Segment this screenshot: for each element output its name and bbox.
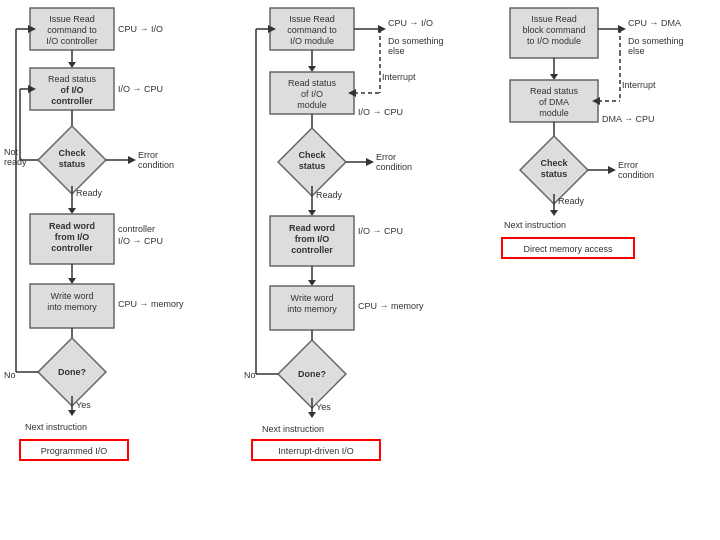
svg-text:condition: condition (376, 162, 412, 172)
label-cpu-io-1: CPU → I/O (118, 24, 163, 34)
svg-marker-42 (378, 25, 386, 33)
svg-text:Do something: Do something (628, 36, 684, 46)
svg-text:condition: condition (138, 160, 174, 170)
svg-marker-20 (68, 208, 76, 214)
col1-svg: Issue Read command to I/O controller CPU… (0, 0, 240, 540)
svg-text:into memory: into memory (47, 302, 97, 312)
svg-text:else: else (628, 46, 645, 56)
label-yes-1: Yes (76, 400, 91, 410)
svg-marker-48 (308, 66, 316, 72)
svg-text:status: status (299, 161, 326, 171)
svg-text:Do something: Do something (388, 36, 444, 46)
svg-text:Check: Check (540, 158, 568, 168)
svg-text:else: else (388, 46, 405, 56)
svg-text:command to: command to (47, 25, 97, 35)
svg-text:Done?: Done? (298, 369, 326, 379)
svg-text:CPU → I/O: CPU → I/O (388, 18, 433, 28)
svg-text:into memory: into memory (287, 304, 337, 314)
svg-text:Read status: Read status (288, 78, 337, 88)
svg-marker-89 (618, 25, 626, 33)
svg-text:Interrupt: Interrupt (382, 72, 416, 82)
svg-text:I/O module: I/O module (290, 36, 334, 46)
svg-text:status: status (59, 159, 86, 169)
svg-text:Check: Check (58, 148, 86, 158)
svg-text:Read status: Read status (48, 74, 97, 84)
col3-svg: Issue Read block command to I/O module C… (490, 0, 720, 540)
svg-marker-3 (68, 62, 76, 68)
svg-marker-13 (128, 156, 136, 164)
label-cpu-mem-1: CPU → memory (118, 299, 184, 309)
svg-marker-95 (550, 74, 558, 80)
svg-text:CPU → DMA: CPU → DMA (628, 18, 681, 28)
label-int-io-text: Interrupt-driven I/O (278, 446, 354, 456)
label-next-instr-2: Next instruction (262, 424, 324, 434)
svg-text:Read word: Read word (49, 221, 95, 231)
label-io-cpu-1: I/O → CPU (118, 84, 163, 94)
svg-text:Issue Read: Issue Read (531, 14, 577, 24)
label-error-1: Error (138, 150, 158, 160)
svg-text:controller: controller (51, 96, 93, 106)
svg-text:from I/O: from I/O (295, 234, 330, 244)
svg-text:block command: block command (522, 25, 585, 35)
svg-text:module: module (539, 108, 569, 118)
label-controller-1: controller (118, 224, 155, 234)
svg-text:of I/O: of I/O (61, 85, 84, 95)
svg-text:Error: Error (618, 160, 638, 170)
label-ready-2: Ready (316, 190, 343, 200)
svg-text:controller: controller (51, 243, 93, 253)
svg-text:Done?: Done? (58, 367, 86, 377)
svg-marker-62 (366, 158, 374, 166)
label-prog-io-text: Programmed I/O (41, 446, 108, 456)
svg-text:module: module (297, 100, 327, 110)
label-yes-2: Yes (316, 402, 331, 412)
svg-text:I/O → CPU: I/O → CPU (358, 226, 403, 236)
svg-text:CPU → memory: CPU → memory (358, 301, 424, 311)
svg-text:Write word: Write word (51, 291, 94, 301)
svg-marker-26 (68, 278, 76, 284)
svg-text:Read word: Read word (289, 223, 335, 233)
svg-text:to I/O module: to I/O module (527, 36, 581, 46)
svg-marker-37 (68, 410, 76, 416)
col2-svg: Issue Read command to I/O module CPU → I… (240, 0, 490, 540)
svg-marker-84 (308, 412, 316, 418)
svg-marker-72 (308, 280, 316, 286)
svg-text:Interrupt: Interrupt (622, 80, 656, 90)
svg-text:I/O controller: I/O controller (46, 36, 98, 46)
svg-text:of I/O: of I/O (301, 89, 323, 99)
label-next-instr-1: Next instruction (25, 422, 87, 432)
svg-text:from I/O: from I/O (55, 232, 90, 242)
svg-text:Error: Error (376, 152, 396, 162)
box-issue-read-cmd-1-text: Issue Read (49, 14, 95, 24)
svg-marker-113 (550, 210, 558, 216)
svg-text:Check: Check (298, 150, 326, 160)
label-ready-3: Ready (558, 196, 585, 206)
svg-marker-109 (608, 166, 616, 174)
label-ready-1: Ready (76, 188, 103, 198)
label-dma-text: Direct memory access (523, 244, 613, 254)
svg-text:Write word: Write word (291, 293, 334, 303)
svg-text:of DMA: of DMA (539, 97, 569, 107)
svg-text:status: status (541, 169, 568, 179)
svg-text:I/O → CPU: I/O → CPU (358, 107, 403, 117)
svg-text:controller: controller (291, 245, 333, 255)
svg-marker-66 (308, 210, 316, 216)
svg-text:I/O → CPU: I/O → CPU (118, 236, 163, 246)
svg-text:command to: command to (287, 25, 337, 35)
label-no-1: No (4, 370, 16, 380)
label-no-2: No (244, 370, 256, 380)
label-next-instr-3: Next instruction (504, 220, 566, 230)
svg-text:Issue Read: Issue Read (289, 14, 335, 24)
svg-text:condition: condition (618, 170, 654, 180)
svg-text:DMA → CPU: DMA → CPU (602, 114, 655, 124)
svg-text:Read status: Read status (530, 86, 579, 96)
